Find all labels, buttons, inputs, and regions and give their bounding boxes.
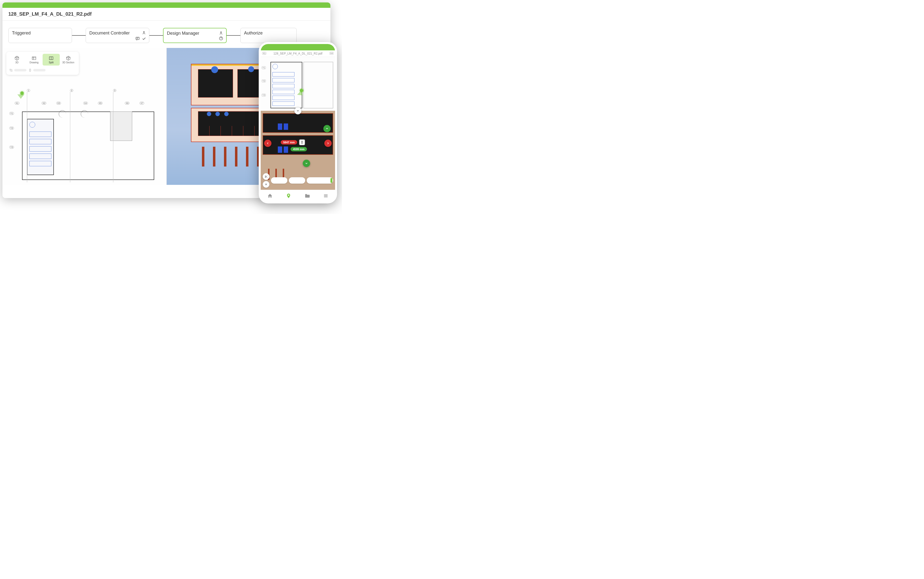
fixture-row [30,132,51,137]
workflow-connector [226,35,240,36]
tabbar-location[interactable] [286,193,291,198]
phone-screen: X1 128_SEP_LM_F4_A_DL_021_R2.pdf X4 Y1 Y… [261,44,335,201]
phone-status-bar [261,44,335,51]
placeholder-pill [14,69,26,71]
phone-viewer-toolbar [263,173,333,188]
split-icon [49,56,54,61]
bathroom-block [27,119,54,175]
svg-point-12 [265,177,266,178]
y-axis: Y2 [9,127,14,129]
room-block [110,111,132,141]
chevron-right-icon [326,142,330,145]
fixture-row [30,154,51,159]
menu-icon [323,193,328,198]
y-axis: Y3 [9,146,14,149]
x-axis-left: X1 [262,52,266,55]
workflow-step-design-manager[interactable]: Design Manager [163,28,226,43]
nav-down-button[interactable] [303,160,310,167]
tabbar-menu[interactable] [323,193,328,198]
file-title: 128_SEP_LM_F4_A_DL_021_R2.pdf [8,11,325,17]
chevron-up-icon [325,127,329,130]
measurement-width: 5847 mm [281,140,297,144]
door-arc [81,110,88,118]
wall-panel [198,69,233,98]
tabbar-folder[interactable] [305,193,310,198]
nav-right-button[interactable] [324,140,332,147]
viewpoint-marker[interactable] [19,92,25,97]
equipment [284,123,288,130]
phone-drawing-pane[interactable]: Y1 Y2 Y3 [261,57,335,111]
crop-icon [9,69,13,72]
fixture-row [272,84,294,88]
person-icon [142,31,146,35]
x-axis: X2 [42,102,46,105]
measure-tool-icon[interactable] [299,139,305,146]
workflow-step-authorize[interactable]: Authorize [240,28,297,43]
workflow-footer-icons [219,36,223,41]
chevron-left-icon [266,142,269,145]
close-button[interactable] [263,181,269,188]
phone-model-pane[interactable]: 5847 mm 4599 mm [261,111,335,190]
grid-label: 1 [27,89,30,92]
fit-control[interactable] [28,69,46,72]
viewpoint-marker[interactable] [299,89,305,96]
window-top-bar [2,2,330,8]
check-icon[interactable] [142,36,146,41]
fixture-row [30,146,51,152]
workflow-connector [72,35,86,36]
view-tab-drawing[interactable]: Drawing [25,54,43,65]
location-icon [286,193,291,198]
fixture-row [272,78,294,82]
fixture-row [272,90,294,94]
help-icon[interactable] [219,36,223,41]
equipment [284,146,288,153]
equipment [278,123,282,130]
toolbar-pill-accent[interactable] [307,177,333,184]
tab-label: 3D [15,61,19,64]
crop-control[interactable] [9,69,26,72]
nav-left-button[interactable] [264,140,271,147]
svg-rect-6 [30,69,31,71]
duct-icon [248,66,254,72]
cube-icon [66,56,71,61]
toolbar-pill-2[interactable] [289,177,305,184]
louvers [198,126,265,136]
view-tab-split[interactable]: Split [43,54,60,65]
workflow-footer-icons [135,36,146,41]
phone-device: X1 128_SEP_LM_F4_A_DL_021_R2.pdf X4 Y1 Y… [259,42,337,203]
scissors-icon [264,175,268,178]
x-axis: X5 [98,102,103,105]
view-tab-3d[interactable]: 3D [8,54,25,65]
pillar [246,147,248,167]
tab-label: 3D Section [62,61,74,64]
placeholder-pill [33,69,46,71]
toilet-fixture [30,122,35,128]
grid-label: 2 [70,89,73,92]
tabbar-home[interactable] [267,193,272,198]
workflow-label: Authorize [244,31,293,36]
svg-rect-1 [136,37,139,39]
workflow-step-triggered[interactable]: Triggered [8,28,72,43]
nav-up-button[interactable] [294,107,302,114]
x-axis: X7 [140,102,144,105]
phone-content: Y1 Y2 Y3 [261,57,335,190]
person-icon [219,31,223,35]
y-axis: Y3 [262,94,266,96]
workflow-step-document-controller[interactable]: Document Controller [86,28,149,43]
comment-icon[interactable] [135,36,140,41]
workflow-connector [149,35,163,36]
phone-tabbar [261,190,335,201]
model-level-upper [263,113,333,133]
toolbar-pill-1[interactable] [271,177,287,184]
chevron-down-icon [296,109,300,113]
nav-up-green-button[interactable] [323,125,331,132]
fixture-row [30,139,51,144]
duct-icon [224,112,229,116]
view-toolbar: 3D Drawing Split 3D Section [7,52,79,75]
device-icon [28,69,32,72]
file-header: 128_SEP_LM_F4_A_DL_021_R2.pdf [2,8,330,21]
ruler-icon [300,141,304,144]
view-tab-3d-section[interactable]: 3D Section [60,54,77,65]
cut-button[interactable] [263,173,269,180]
phone-header: X1 128_SEP_LM_F4_A_DL_021_R2.pdf X4 [261,51,335,57]
